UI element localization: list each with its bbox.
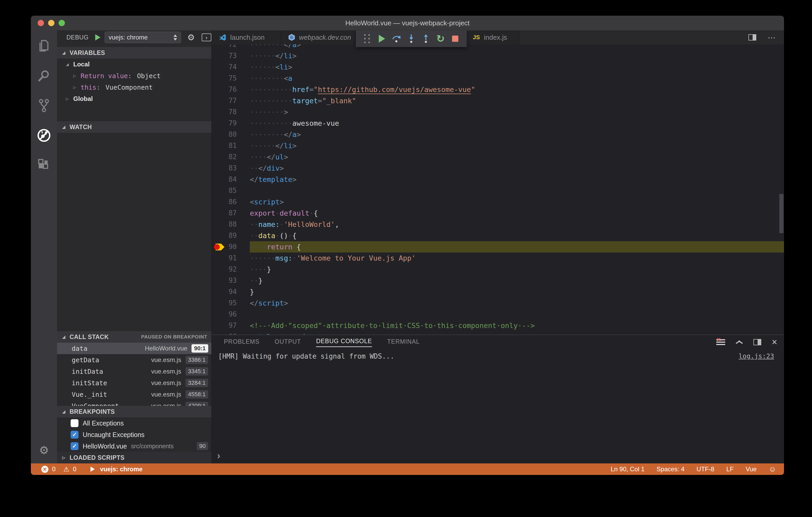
- code-line-91[interactable]: 91······msg:·'Welcome to Your Vue.js App…: [212, 252, 784, 264]
- breakpoint-item[interactable]: ✓HelloWorld.vuesrc/components90: [57, 440, 211, 452]
- callstack-frame-getData[interactable]: getDatavue.esm.js3386:1: [57, 354, 211, 366]
- start-debug-button[interactable]: [95, 34, 100, 40]
- code-editor[interactable]: 72········</a>73······</li>74······<li>7…: [212, 44, 784, 335]
- panel-tab-debug-console[interactable]: DEBUG CONSOLE: [316, 338, 372, 347]
- code-line-86[interactable]: 86<script>: [212, 196, 784, 208]
- code-line-96[interactable]: 96: [212, 309, 784, 320]
- panel-tab-problems[interactable]: PROBLEMS: [224, 338, 260, 347]
- step-into-button[interactable]: [404, 30, 418, 47]
- panel-tab-terminal[interactable]: TERMINAL: [387, 338, 419, 347]
- settings-gear-icon[interactable]: ⚙: [31, 444, 57, 457]
- variables-section-header[interactable]: ◢ VARIABLES: [57, 47, 211, 59]
- code-line-95[interactable]: 95</script>: [212, 298, 784, 309]
- tab-index-js[interactable]: JS index.js: [466, 30, 519, 44]
- code-line-97[interactable]: 97<!--·Add·"scoped"·attribute·to·limit·C…: [212, 320, 784, 331]
- minimize-window-button[interactable]: [48, 20, 54, 26]
- active-debug-config[interactable]: vuejs: chrome: [100, 465, 143, 473]
- breakpoints-section-header[interactable]: ◢ BREAKPOINTS: [57, 406, 211, 418]
- status-item[interactable]: Vue: [746, 465, 757, 473]
- callstack-frame-initState[interactable]: initStatevue.esm.js3284:1: [57, 377, 211, 389]
- stop-button[interactable]: [448, 30, 463, 47]
- tab-launch-json[interactable]: launch.json: [212, 30, 281, 44]
- clear-console-icon[interactable]: ×: [716, 338, 725, 346]
- toolbar-drag-grip[interactable]: [360, 30, 375, 47]
- code-line-90[interactable]: 90····return·{: [212, 241, 784, 252]
- status-item[interactable]: LF: [726, 465, 734, 473]
- split-editor-icon[interactable]: [748, 34, 756, 40]
- status-item[interactable]: UTF-8: [697, 465, 715, 473]
- maximize-panel-icon[interactable]: [735, 340, 743, 344]
- code-line-72[interactable]: 72········</a>: [212, 44, 784, 50]
- callstack-frame-data[interactable]: dataHelloWorld.vue90:1: [57, 343, 211, 354]
- code-line-94[interactable]: 94}: [212, 286, 784, 298]
- code-line-79[interactable]: 79··········awesome-vue: [212, 118, 784, 129]
- code-line-88[interactable]: 88··name:·'HelloWorld',: [212, 219, 784, 230]
- configure-gear-icon[interactable]: ⚙: [187, 32, 195, 42]
- code-line-82[interactable]: 82····</ul>: [212, 151, 784, 162]
- zoom-window-button[interactable]: [59, 20, 65, 26]
- code-line-81[interactable]: 81······</li>: [212, 140, 784, 151]
- extensions-icon[interactable]: [37, 158, 51, 172]
- code-line-92[interactable]: 92····}: [212, 264, 784, 275]
- step-out-button[interactable]: [418, 30, 433, 47]
- warnings-icon[interactable]: ⚠: [63, 465, 69, 473]
- code-line-83[interactable]: 83··</div>: [212, 162, 784, 174]
- code-line-87[interactable]: 87export·default·{: [212, 208, 784, 219]
- breakpoint-current-line-icon[interactable]: [214, 244, 226, 250]
- debug-console-icon[interactable]: ›: [202, 33, 211, 41]
- restart-button[interactable]: ↻: [433, 30, 448, 47]
- loaded-scripts-section-header[interactable]: ▷ LOADED SCRIPTS: [57, 452, 211, 463]
- scope-local[interactable]: ◢ Local: [57, 59, 211, 70]
- more-actions-icon[interactable]: ⋯: [768, 33, 776, 42]
- source-control-icon[interactable]: [37, 99, 51, 112]
- status-item[interactable]: Spaces: 4: [657, 465, 685, 473]
- code-line-75[interactable]: 75········<a: [212, 73, 784, 84]
- step-over-button[interactable]: [389, 30, 404, 47]
- checkbox-checked-icon[interactable]: ✓: [70, 431, 79, 438]
- debug-config-select[interactable]: vuejs: chrome: [105, 32, 181, 43]
- checkbox-checked-icon[interactable]: ✓: [70, 442, 79, 450]
- close-panel-icon[interactable]: ×: [772, 338, 777, 346]
- callstack-frame-VueComponent[interactable]: VueComponentvue.esm.js4709:1: [57, 400, 211, 406]
- code-line-84[interactable]: 84</template>: [212, 174, 784, 185]
- status-item[interactable]: Ln 90, Col 1: [611, 465, 644, 473]
- explorer-icon[interactable]: [37, 39, 51, 53]
- code-line-89[interactable]: 89··data·()·{: [212, 230, 784, 241]
- window-title: HelloWorld.vue — vuejs-webpack-project: [345, 19, 470, 27]
- scope-global[interactable]: ▷ Global: [57, 93, 211, 104]
- open-panel-side-icon[interactable]: [753, 339, 761, 345]
- console-input-prompt-icon[interactable]: ›: [217, 450, 220, 461]
- panel-tab-output[interactable]: OUTPUT: [275, 338, 301, 347]
- code-line-73[interactable]: 73······</li>: [212, 50, 784, 61]
- callstack-frame-Vue._init[interactable]: Vue._initvue.esm.js4558:1: [57, 389, 211, 400]
- continue-button[interactable]: [375, 30, 389, 47]
- debug-play-icon[interactable]: [90, 466, 95, 472]
- checkbox-unchecked-icon[interactable]: [70, 419, 79, 427]
- code-line-98[interactable]: 98<style·scoped>: [212, 331, 784, 335]
- code-line-80[interactable]: 80········</a>: [212, 129, 784, 140]
- editor-scrollbar[interactable]: [779, 194, 783, 233]
- console-source-link[interactable]: log.js:23: [739, 352, 774, 360]
- tab-webpack-dev-conf[interactable]: webpack.dev.con: [281, 30, 356, 44]
- variable-return-value[interactable]: ▷ Return value: Object: [57, 70, 211, 82]
- code-line-78[interactable]: 78········>: [212, 107, 784, 118]
- code-line-93[interactable]: 93··}: [212, 275, 784, 286]
- feedback-smiley-icon[interactable]: ☺: [768, 465, 776, 473]
- search-icon[interactable]: [37, 69, 51, 83]
- variable-this[interactable]: ▷ this: VueComponent: [57, 82, 211, 93]
- watch-section-header[interactable]: ◢ WATCH: [57, 121, 211, 133]
- callstack-list: dataHelloWorld.vue90:1getDatavue.esm.js3…: [57, 343, 211, 406]
- breakpoint-item[interactable]: ✓Uncaught Exceptions: [57, 429, 211, 440]
- code-line-85[interactable]: 85: [212, 185, 784, 196]
- close-window-button[interactable]: [38, 20, 44, 26]
- code-line-77[interactable]: 77··········target="_blank": [212, 95, 784, 107]
- breakpoint-item[interactable]: All Exceptions: [57, 418, 211, 429]
- errors-count[interactable]: 0: [52, 465, 55, 473]
- callstack-section-header[interactable]: ◢ CALL STACK PAUSED ON BREAKPOINT: [57, 331, 211, 343]
- warnings-count[interactable]: 0: [73, 465, 77, 473]
- debug-icon[interactable]: [37, 129, 51, 142]
- callstack-frame-initData[interactable]: initDatavue.esm.js3345:1: [57, 366, 211, 377]
- code-line-76[interactable]: 76··········href="https://github.com/vue…: [212, 84, 784, 95]
- errors-icon[interactable]: ✕: [41, 466, 49, 473]
- code-line-74[interactable]: 74······<li>: [212, 61, 784, 73]
